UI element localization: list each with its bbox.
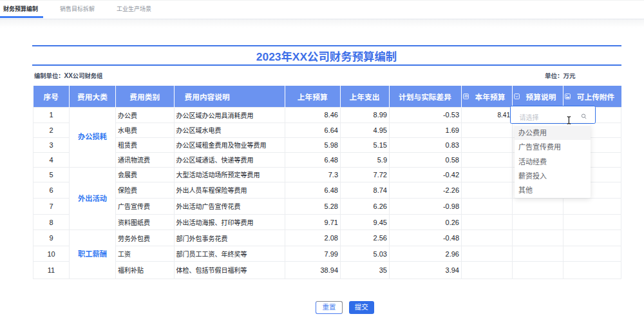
svg-text:23: 23	[464, 95, 468, 99]
